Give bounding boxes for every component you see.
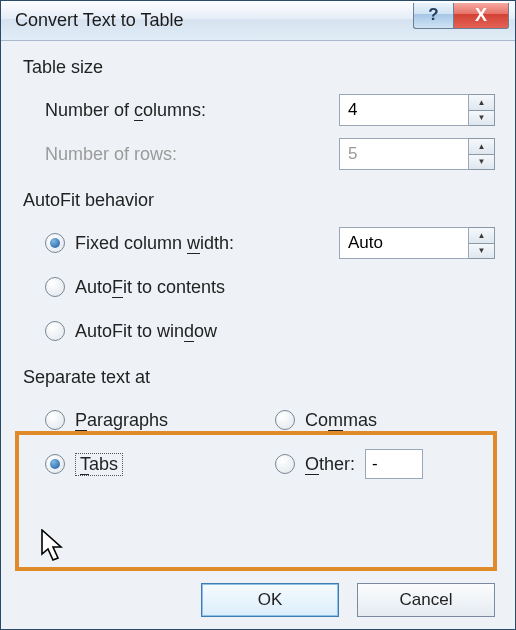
- row-autofit-window: AutoFit to window: [23, 309, 495, 353]
- label-other[interactable]: Other:: [305, 454, 355, 475]
- radio-fixed-column-width[interactable]: [45, 233, 65, 253]
- label-fixed-column-width[interactable]: Fixed column width:: [75, 233, 234, 254]
- section-table-size: Table size: [23, 57, 495, 78]
- dialog-footer: OK Cancel: [1, 571, 515, 629]
- label-number-of-rows: Number of rows:: [45, 144, 177, 165]
- cancel-button[interactable]: Cancel: [357, 583, 495, 617]
- row-number-of-columns: Number of columns: ▲ ▼: [23, 88, 495, 132]
- label-tabs[interactable]: Tabs: [75, 453, 123, 476]
- row-number-of-rows: Number of rows: ▲ ▼: [23, 132, 495, 176]
- dialog-convert-text-to-table: Convert Text to Table ? X Table size Num…: [0, 0, 516, 630]
- row-separate-2: Tabs Other:: [23, 442, 495, 486]
- label-number-of-columns: Number of columns:: [45, 100, 206, 121]
- ok-button[interactable]: OK: [201, 583, 339, 617]
- input-number-of-columns[interactable]: [339, 94, 469, 126]
- dialog-body: Table size Number of columns: ▲ ▼ Number…: [1, 41, 515, 571]
- spinner-down-icon[interactable]: ▼: [469, 110, 495, 127]
- spinner-down-icon[interactable]: ▼: [469, 243, 495, 260]
- titlebar[interactable]: Convert Text to Table ? X: [1, 1, 515, 41]
- radio-autofit-contents[interactable]: [45, 277, 65, 297]
- spinner-down-icon: ▼: [469, 154, 495, 171]
- radio-paragraphs[interactable]: [45, 410, 65, 430]
- input-other-separator[interactable]: [365, 449, 423, 479]
- close-icon: X: [475, 5, 487, 26]
- spinner-fixed-width: ▲ ▼: [339, 227, 495, 259]
- dialog-title: Convert Text to Table: [15, 10, 413, 31]
- opt-paragraphs: Paragraphs: [45, 410, 275, 431]
- row-autofit-contents: AutoFit to contents: [23, 265, 495, 309]
- label-commas[interactable]: Commas: [305, 410, 377, 431]
- opt-commas: Commas: [275, 410, 377, 431]
- radio-tabs[interactable]: [45, 454, 65, 474]
- spinner-up-icon[interactable]: ▲: [469, 94, 495, 110]
- spinner-columns: ▲ ▼: [339, 94, 495, 126]
- input-number-of-rows: [339, 138, 469, 170]
- help-button[interactable]: ?: [413, 3, 453, 29]
- opt-other: Other:: [275, 449, 423, 479]
- section-autofit: AutoFit behavior: [23, 190, 495, 211]
- label-autofit-contents[interactable]: AutoFit to contents: [75, 277, 225, 298]
- label-autofit-window[interactable]: AutoFit to window: [75, 321, 217, 342]
- help-icon: ?: [428, 5, 438, 25]
- spinner-buttons-columns: ▲ ▼: [469, 94, 495, 126]
- svg-marker-0: [42, 530, 61, 560]
- spinner-rows: ▲ ▼: [339, 138, 495, 170]
- cursor-icon: [41, 529, 69, 565]
- row-fixed-width: Fixed column width: ▲ ▼: [23, 221, 495, 265]
- radio-other[interactable]: [275, 454, 295, 474]
- spinner-buttons-rows: ▲ ▼: [469, 138, 495, 170]
- label-paragraphs[interactable]: Paragraphs: [75, 410, 168, 431]
- row-separate-1: Paragraphs Commas: [23, 398, 495, 442]
- radio-commas[interactable]: [275, 410, 295, 430]
- close-button[interactable]: X: [453, 3, 509, 29]
- opt-tabs: Tabs: [45, 453, 275, 476]
- radio-autofit-window[interactable]: [45, 321, 65, 341]
- spinner-buttons-width: ▲ ▼: [469, 227, 495, 259]
- spinner-up-icon: ▲: [469, 138, 495, 154]
- spinner-up-icon[interactable]: ▲: [469, 227, 495, 243]
- input-fixed-column-width[interactable]: [339, 227, 469, 259]
- section-separate-text: Separate text at: [23, 367, 495, 388]
